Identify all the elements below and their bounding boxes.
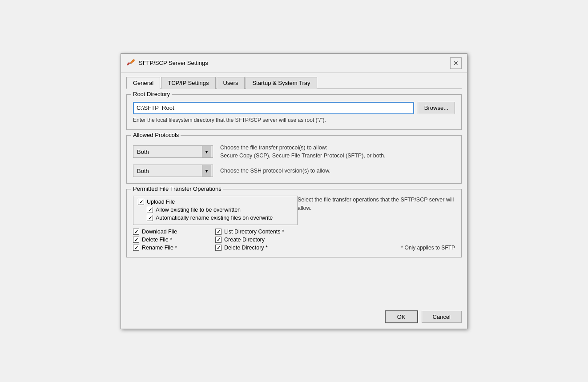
protocol-select-arrow: ▼ (202, 146, 211, 157)
list-dir-label: List Directory Contents * (224, 229, 284, 235)
list-dir-row: List Directory Contents * (215, 229, 298, 235)
upload-sub-options: Allow existing file to be overwritten Au… (147, 207, 293, 221)
tab-startup[interactable]: Startup & System Tray (246, 77, 317, 89)
overwrite-checkbox[interactable] (147, 207, 153, 213)
close-button[interactable]: ✕ (450, 57, 462, 69)
ops-left: Upload File Allow existing file to be ov… (133, 194, 298, 251)
file-ops-label: Permitted File Transfer Operations (131, 185, 223, 192)
upload-file-row: Upload File (138, 199, 293, 205)
auto-rename-checkbox[interactable] (147, 215, 153, 221)
dialog-title: SFTP/SCP Server Settings (139, 60, 208, 66)
ssh-select-arrow: ▼ (202, 165, 211, 177)
protocol-row: Both ▼ Choose the file transfer protocol… (133, 144, 455, 161)
create-dir-checkbox[interactable] (215, 237, 222, 243)
auto-rename-label: Automatically rename existing files on o… (156, 215, 273, 221)
ops-grid: Download File List Directory Contents * … (133, 229, 298, 251)
protocol-desc: Choose the file transfer protocol(s) to … (220, 144, 386, 161)
svg-point-0 (129, 64, 129, 65)
auto-rename-row: Automatically rename existing files on o… (147, 215, 293, 221)
ssh-row: Both ▼ Choose the SSH protocol version(s… (133, 165, 455, 177)
ok-button[interactable]: OK (385, 310, 418, 323)
download-file-label: Download File (142, 229, 177, 235)
root-directory-group: Root Directory Browse... Enter the local… (126, 94, 462, 130)
path-input[interactable] (133, 102, 414, 114)
tab-bar: General TCP/IP Settings Users Startup & … (126, 76, 462, 89)
title-bar: SFTP/SCP Server Settings ✕ (121, 54, 467, 73)
delete-dir-label: Delete Directory * (224, 245, 268, 251)
list-dir-checkbox[interactable] (215, 229, 222, 235)
rename-file-checkbox[interactable] (133, 245, 139, 251)
protocol-select-value: Both (135, 149, 202, 155)
app-icon (126, 59, 135, 68)
allowed-protocols-group: Allowed Protocols Both ▼ Choose the file… (126, 135, 462, 184)
upload-file-checkbox[interactable] (138, 199, 144, 205)
overwrite-label: Allow existing file to be overwritten (156, 207, 241, 213)
create-dir-label: Create Directory (224, 237, 265, 243)
tab-tcpip[interactable]: TCP/IP Settings (161, 77, 215, 89)
main-dialog: SFTP/SCP Server Settings ✕ General TCP/I… (121, 53, 467, 329)
download-file-row: Download File (133, 229, 215, 235)
upload-file-label: Upload File (147, 199, 175, 205)
download-file-checkbox[interactable] (133, 229, 139, 235)
rename-file-row: Rename File * (133, 245, 215, 251)
rename-file-label: Rename File * (142, 245, 177, 251)
root-dir-row: Browse... (133, 102, 455, 114)
delete-file-label: Delete File * (142, 237, 172, 243)
delete-dir-row: Delete Directory * (215, 245, 298, 251)
delete-file-row: Delete File * (133, 237, 215, 243)
upload-group: Upload File Allow existing file to be ov… (133, 196, 298, 225)
ops-right: Select the file transfer operations that… (298, 194, 455, 251)
allowed-protocols-label: Allowed Protocols (131, 132, 181, 138)
tab-general[interactable]: General (126, 77, 160, 89)
footnote: * Only applies to SFTP (298, 222, 455, 251)
cancel-button[interactable]: Cancel (422, 311, 462, 323)
title-bar-left: SFTP/SCP Server Settings (126, 59, 208, 68)
ssh-select-value: Both (135, 168, 202, 174)
ops-right-text: Select the file transfer operations that… (298, 196, 455, 213)
create-dir-row: Create Directory (215, 237, 298, 243)
file-ops-group: Permitted File Transfer Operations Uploa… (126, 189, 462, 257)
delete-dir-checkbox[interactable] (215, 245, 222, 251)
protocol-select[interactable]: Both ▼ (133, 145, 213, 158)
delete-file-checkbox[interactable] (133, 237, 139, 243)
browse-button[interactable]: Browse... (418, 102, 455, 114)
ops-inner: Upload File Allow existing file to be ov… (133, 194, 455, 251)
ssh-desc: Choose the SSH protocol version(s) to al… (220, 167, 330, 175)
footer: OK Cancel (121, 307, 467, 329)
root-dir-hint: Enter the local filesystem directory tha… (133, 117, 455, 123)
overwrite-row: Allow existing file to be overwritten (147, 207, 293, 213)
dialog-content: General TCP/IP Settings Users Startup & … (121, 73, 467, 307)
ssh-select[interactable]: Both ▼ (133, 165, 213, 177)
root-directory-label: Root Directory (131, 91, 172, 97)
tab-users[interactable]: Users (217, 77, 245, 89)
